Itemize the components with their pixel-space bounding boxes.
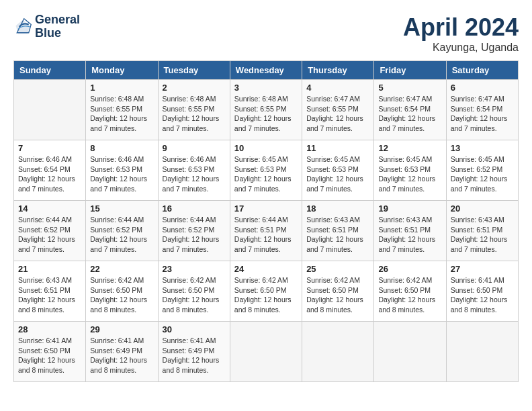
calendar-cell: 1Sunrise: 6:48 AM Sunset: 6:55 PM Daylig…: [86, 80, 158, 140]
day-info: Sunrise: 6:45 AM Sunset: 6:53 PM Dayligh…: [306, 154, 369, 194]
calendar-cell: 9Sunrise: 6:46 AM Sunset: 6:53 PM Daylig…: [158, 140, 230, 201]
calendar-cell: 24Sunrise: 6:42 AM Sunset: 6:50 PM Dayli…: [230, 261, 302, 322]
calendar-cell: [14, 80, 86, 140]
weekday-header: Monday: [86, 61, 158, 80]
calendar-cell: 17Sunrise: 6:44 AM Sunset: 6:51 PM Dayli…: [230, 201, 302, 261]
day-number: 2: [163, 83, 226, 93]
calendar-cell: 29Sunrise: 6:41 AM Sunset: 6:49 PM Dayli…: [86, 322, 158, 382]
logo-icon: [13, 17, 32, 36]
calendar-week-row: 14Sunrise: 6:44 AM Sunset: 6:52 PM Dayli…: [14, 201, 519, 261]
day-info: Sunrise: 6:48 AM Sunset: 6:55 PM Dayligh…: [90, 94, 153, 134]
calendar-cell: 30Sunrise: 6:41 AM Sunset: 6:49 PM Dayli…: [158, 322, 230, 382]
calendar-cell: 8Sunrise: 6:46 AM Sunset: 6:53 PM Daylig…: [86, 140, 158, 201]
day-info: Sunrise: 6:44 AM Sunset: 6:52 PM Dayligh…: [163, 215, 226, 255]
calendar-cell: [374, 322, 446, 382]
day-number: 15: [90, 203, 153, 214]
calendar-cell: 20Sunrise: 6:43 AM Sunset: 6:51 PM Dayli…: [446, 201, 518, 261]
day-info: Sunrise: 6:44 AM Sunset: 6:52 PM Dayligh…: [18, 215, 81, 255]
weekday-header: Tuesday: [158, 61, 230, 80]
day-number: 13: [451, 143, 514, 153]
day-number: 25: [306, 264, 369, 274]
logo: General Blue: [13, 13, 80, 40]
day-number: 4: [306, 83, 369, 93]
title-block: April 2024 Kayunga, Uganda: [403, 13, 519, 54]
day-number: 9: [163, 143, 226, 153]
calendar-cell: [230, 322, 302, 382]
calendar-table: SundayMondayTuesdayWednesdayThursdayFrid…: [13, 60, 519, 382]
calendar-cell: 14Sunrise: 6:44 AM Sunset: 6:52 PM Dayli…: [14, 201, 86, 261]
calendar-cell: 22Sunrise: 6:42 AM Sunset: 6:50 PM Dayli…: [86, 261, 158, 322]
day-info: Sunrise: 6:47 AM Sunset: 6:54 PM Dayligh…: [378, 94, 441, 134]
day-info: Sunrise: 6:48 AM Sunset: 6:55 PM Dayligh…: [163, 94, 226, 134]
day-info: Sunrise: 6:41 AM Sunset: 6:50 PM Dayligh…: [18, 336, 81, 375]
calendar-cell: 11Sunrise: 6:45 AM Sunset: 6:53 PM Dayli…: [302, 140, 374, 201]
day-info: Sunrise: 6:46 AM Sunset: 6:53 PM Dayligh…: [163, 154, 226, 194]
calendar-cell: 25Sunrise: 6:42 AM Sunset: 6:50 PM Dayli…: [302, 261, 374, 322]
day-number: 21: [18, 264, 81, 274]
calendar-cell: 21Sunrise: 6:43 AM Sunset: 6:51 PM Dayli…: [14, 261, 86, 322]
day-number: 22: [90, 264, 153, 274]
day-info: Sunrise: 6:42 AM Sunset: 6:50 PM Dayligh…: [378, 275, 441, 315]
day-info: Sunrise: 6:42 AM Sunset: 6:50 PM Dayligh…: [306, 275, 369, 315]
calendar-week-row: 21Sunrise: 6:43 AM Sunset: 6:51 PM Dayli…: [14, 261, 519, 322]
day-info: Sunrise: 6:48 AM Sunset: 6:55 PM Dayligh…: [234, 94, 298, 134]
weekday-header: Sunday: [14, 61, 86, 80]
day-info: Sunrise: 6:42 AM Sunset: 6:50 PM Dayligh…: [163, 275, 226, 315]
day-info: Sunrise: 6:43 AM Sunset: 6:51 PM Dayligh…: [306, 215, 369, 255]
day-number: 12: [378, 143, 441, 153]
calendar-cell: 23Sunrise: 6:42 AM Sunset: 6:50 PM Dayli…: [158, 261, 230, 322]
day-number: 17: [234, 203, 298, 214]
calendar-cell: 26Sunrise: 6:42 AM Sunset: 6:50 PM Dayli…: [374, 261, 446, 322]
day-info: Sunrise: 6:41 AM Sunset: 6:49 PM Dayligh…: [90, 336, 153, 375]
day-number: 29: [90, 324, 153, 334]
calendar-cell: 6Sunrise: 6:47 AM Sunset: 6:54 PM Daylig…: [446, 80, 518, 140]
calendar-cell: 18Sunrise: 6:43 AM Sunset: 6:51 PM Dayli…: [302, 201, 374, 261]
day-number: 14: [18, 203, 81, 214]
calendar-cell: 19Sunrise: 6:43 AM Sunset: 6:51 PM Dayli…: [374, 201, 446, 261]
day-number: 10: [234, 143, 298, 153]
day-info: Sunrise: 6:47 AM Sunset: 6:55 PM Dayligh…: [306, 94, 369, 134]
day-info: Sunrise: 6:43 AM Sunset: 6:51 PM Dayligh…: [18, 275, 81, 315]
calendar-cell: 7Sunrise: 6:46 AM Sunset: 6:54 PM Daylig…: [14, 140, 86, 201]
day-info: Sunrise: 6:42 AM Sunset: 6:50 PM Dayligh…: [90, 275, 153, 315]
day-info: Sunrise: 6:44 AM Sunset: 6:51 PM Dayligh…: [234, 215, 298, 255]
weekday-header: Wednesday: [230, 61, 302, 80]
day-number: 20: [451, 203, 514, 214]
calendar-week-row: 7Sunrise: 6:46 AM Sunset: 6:54 PM Daylig…: [14, 140, 519, 201]
day-info: Sunrise: 6:47 AM Sunset: 6:54 PM Dayligh…: [451, 94, 514, 134]
day-info: Sunrise: 6:42 AM Sunset: 6:50 PM Dayligh…: [234, 275, 298, 315]
day-number: 7: [18, 143, 81, 153]
location: Kayunga, Uganda: [403, 42, 519, 54]
day-number: 3: [234, 83, 298, 93]
day-number: 5: [378, 83, 441, 93]
day-info: Sunrise: 6:44 AM Sunset: 6:52 PM Dayligh…: [90, 215, 153, 255]
calendar-cell: 2Sunrise: 6:48 AM Sunset: 6:55 PM Daylig…: [158, 80, 230, 140]
calendar-cell: [446, 322, 518, 382]
month-title: April 2024: [403, 13, 519, 42]
calendar-cell: 15Sunrise: 6:44 AM Sunset: 6:52 PM Dayli…: [86, 201, 158, 261]
calendar-cell: 5Sunrise: 6:47 AM Sunset: 6:54 PM Daylig…: [374, 80, 446, 140]
day-number: 1: [90, 83, 153, 93]
day-number: 19: [378, 203, 441, 214]
calendar-cell: 16Sunrise: 6:44 AM Sunset: 6:52 PM Dayli…: [158, 201, 230, 261]
day-number: 30: [163, 324, 226, 334]
calendar-cell: 12Sunrise: 6:45 AM Sunset: 6:53 PM Dayli…: [374, 140, 446, 201]
day-info: Sunrise: 6:41 AM Sunset: 6:50 PM Dayligh…: [451, 275, 514, 315]
day-number: 23: [163, 264, 226, 274]
day-number: 11: [306, 143, 369, 153]
calendar-cell: 13Sunrise: 6:45 AM Sunset: 6:52 PM Dayli…: [446, 140, 518, 201]
day-info: Sunrise: 6:45 AM Sunset: 6:53 PM Dayligh…: [234, 154, 298, 194]
day-number: 18: [306, 203, 369, 214]
day-number: 28: [18, 324, 81, 334]
page-header: General Blue April 2024 Kayunga, Uganda: [13, 13, 519, 54]
weekday-header: Friday: [374, 61, 446, 80]
day-number: 8: [90, 143, 153, 153]
day-number: 24: [234, 264, 298, 274]
calendar-week-row: 28Sunrise: 6:41 AM Sunset: 6:50 PM Dayli…: [14, 322, 519, 382]
day-info: Sunrise: 6:46 AM Sunset: 6:54 PM Dayligh…: [18, 154, 81, 194]
day-info: Sunrise: 6:43 AM Sunset: 6:51 PM Dayligh…: [451, 215, 514, 255]
day-number: 6: [451, 83, 514, 93]
calendar-week-row: 1Sunrise: 6:48 AM Sunset: 6:55 PM Daylig…: [14, 80, 519, 140]
day-number: 26: [378, 264, 441, 274]
day-number: 16: [163, 203, 226, 214]
